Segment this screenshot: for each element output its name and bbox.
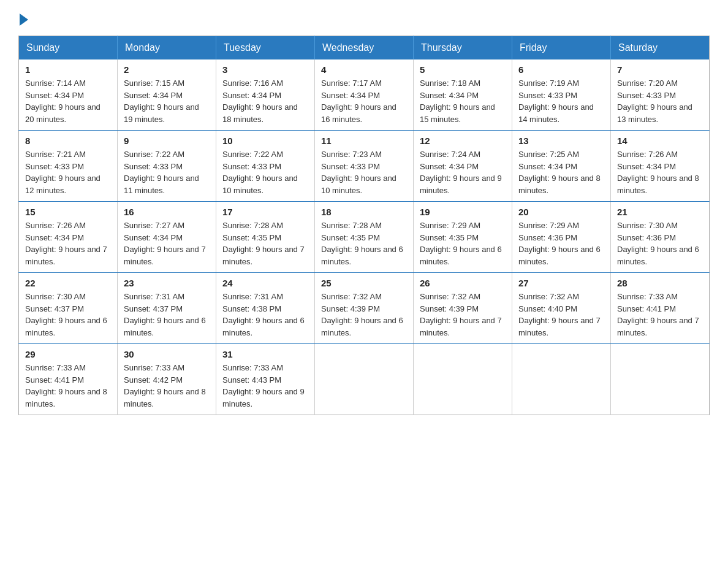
calendar-week-row: 15 Sunrise: 7:26 AM Sunset: 4:34 PM Dayl… [19,202,710,273]
day-info: Sunrise: 7:31 AM Sunset: 4:37 PM Dayligh… [124,291,210,339]
day-number: 11 [321,136,407,146]
day-number: 19 [420,207,506,217]
calendar-header-saturday: Saturday [611,36,710,60]
day-number: 25 [321,278,407,288]
calendar-header-monday: Monday [118,36,216,60]
calendar-cell: 15 Sunrise: 7:26 AM Sunset: 4:34 PM Dayl… [19,202,118,273]
day-number: 15 [25,207,111,217]
calendar-cell [512,344,611,415]
day-number: 26 [420,278,506,288]
calendar-cell: 31 Sunrise: 7:33 AM Sunset: 4:43 PM Dayl… [216,344,315,415]
day-number: 18 [321,207,407,217]
day-info: Sunrise: 7:19 AM Sunset: 4:33 PM Dayligh… [518,77,604,125]
calendar-cell: 9 Sunrise: 7:22 AM Sunset: 4:33 PM Dayli… [118,131,216,202]
calendar-week-row: 29 Sunrise: 7:33 AM Sunset: 4:41 PM Dayl… [19,344,710,415]
day-info: Sunrise: 7:30 AM Sunset: 4:37 PM Dayligh… [25,291,111,339]
day-number: 3 [222,64,308,75]
calendar-cell: 12 Sunrise: 7:24 AM Sunset: 4:34 PM Dayl… [414,131,512,202]
calendar-cell: 30 Sunrise: 7:33 AM Sunset: 4:42 PM Dayl… [118,344,216,415]
day-info: Sunrise: 7:25 AM Sunset: 4:34 PM Dayligh… [518,148,604,196]
day-info: Sunrise: 7:15 AM Sunset: 4:34 PM Dayligh… [124,77,210,125]
calendar-table: SundayMondayTuesdayWednesdayThursdayFrid… [18,36,710,415]
calendar-cell: 17 Sunrise: 7:28 AM Sunset: 4:35 PM Dayl… [216,202,315,273]
day-number: 20 [518,207,604,217]
calendar-cell: 20 Sunrise: 7:29 AM Sunset: 4:36 PM Dayl… [512,202,611,273]
calendar-cell: 2 Sunrise: 7:15 AM Sunset: 4:34 PM Dayli… [118,59,216,131]
calendar-week-row: 8 Sunrise: 7:21 AM Sunset: 4:33 PM Dayli… [19,131,710,202]
calendar-cell: 26 Sunrise: 7:32 AM Sunset: 4:39 PM Dayl… [414,273,512,344]
day-info: Sunrise: 7:28 AM Sunset: 4:35 PM Dayligh… [222,220,308,267]
page-header [18,12,710,25]
calendar-cell: 10 Sunrise: 7:22 AM Sunset: 4:33 PM Dayl… [216,131,315,202]
day-info: Sunrise: 7:33 AM Sunset: 4:41 PM Dayligh… [617,291,703,339]
calendar-cell: 14 Sunrise: 7:26 AM Sunset: 4:34 PM Dayl… [611,131,710,202]
day-number: 30 [124,349,210,359]
calendar-cell: 11 Sunrise: 7:23 AM Sunset: 4:33 PM Dayl… [315,131,414,202]
calendar-header-row: SundayMondayTuesdayWednesdayThursdayFrid… [19,36,710,60]
calendar-cell: 5 Sunrise: 7:18 AM Sunset: 4:34 PM Dayli… [414,59,512,131]
day-number: 8 [25,136,111,146]
calendar-header-sunday: Sunday [19,36,118,60]
day-info: Sunrise: 7:21 AM Sunset: 4:33 PM Dayligh… [25,148,111,196]
calendar-cell: 23 Sunrise: 7:31 AM Sunset: 4:37 PM Dayl… [118,273,216,344]
day-number: 16 [124,207,210,217]
calendar-cell: 19 Sunrise: 7:29 AM Sunset: 4:35 PM Dayl… [414,202,512,273]
calendar-header-tuesday: Tuesday [216,36,315,60]
day-number: 22 [25,278,111,288]
day-number: 10 [222,136,308,146]
day-info: Sunrise: 7:29 AM Sunset: 4:36 PM Dayligh… [518,220,604,267]
day-info: Sunrise: 7:24 AM Sunset: 4:34 PM Dayligh… [420,148,506,196]
calendar-cell: 29 Sunrise: 7:33 AM Sunset: 4:41 PM Dayl… [19,344,118,415]
day-number: 29 [25,349,111,359]
day-number: 4 [321,64,407,75]
day-number: 28 [617,278,703,288]
day-info: Sunrise: 7:30 AM Sunset: 4:36 PM Dayligh… [617,220,703,267]
day-info: Sunrise: 7:27 AM Sunset: 4:34 PM Dayligh… [124,220,210,267]
day-number: 24 [222,278,308,288]
calendar-cell: 28 Sunrise: 7:33 AM Sunset: 4:41 PM Dayl… [611,273,710,344]
day-info: Sunrise: 7:17 AM Sunset: 4:34 PM Dayligh… [321,77,407,125]
day-info: Sunrise: 7:32 AM Sunset: 4:39 PM Dayligh… [321,291,407,339]
day-number: 1 [25,64,111,75]
day-number: 5 [420,64,506,75]
day-number: 7 [617,64,703,75]
day-info: Sunrise: 7:26 AM Sunset: 4:34 PM Dayligh… [25,220,111,267]
calendar-cell: 24 Sunrise: 7:31 AM Sunset: 4:38 PM Dayl… [216,273,315,344]
calendar-cell: 16 Sunrise: 7:27 AM Sunset: 4:34 PM Dayl… [118,202,216,273]
day-info: Sunrise: 7:28 AM Sunset: 4:35 PM Dayligh… [321,220,407,267]
day-info: Sunrise: 7:33 AM Sunset: 4:41 PM Dayligh… [25,362,111,410]
calendar-cell: 4 Sunrise: 7:17 AM Sunset: 4:34 PM Dayli… [315,59,414,131]
calendar-cell: 3 Sunrise: 7:16 AM Sunset: 4:34 PM Dayli… [216,59,315,131]
day-number: 2 [124,64,210,75]
day-number: 27 [518,278,604,288]
day-info: Sunrise: 7:22 AM Sunset: 4:33 PM Dayligh… [124,148,210,196]
calendar-cell: 22 Sunrise: 7:30 AM Sunset: 4:37 PM Dayl… [19,273,118,344]
day-number: 9 [124,136,210,146]
calendar-cell: 21 Sunrise: 7:30 AM Sunset: 4:36 PM Dayl… [611,202,710,273]
day-info: Sunrise: 7:33 AM Sunset: 4:43 PM Dayligh… [222,362,308,410]
day-info: Sunrise: 7:23 AM Sunset: 4:33 PM Dayligh… [321,148,407,196]
day-info: Sunrise: 7:22 AM Sunset: 4:33 PM Dayligh… [222,148,308,196]
day-number: 23 [124,278,210,288]
day-info: Sunrise: 7:14 AM Sunset: 4:34 PM Dayligh… [25,77,111,125]
calendar-header-thursday: Thursday [414,36,512,60]
calendar-cell: 27 Sunrise: 7:32 AM Sunset: 4:40 PM Dayl… [512,273,611,344]
day-info: Sunrise: 7:32 AM Sunset: 4:40 PM Dayligh… [518,291,604,339]
day-number: 13 [518,136,604,146]
day-number: 21 [617,207,703,217]
calendar-cell: 1 Sunrise: 7:14 AM Sunset: 4:34 PM Dayli… [19,59,118,131]
logo [18,12,28,25]
day-info: Sunrise: 7:18 AM Sunset: 4:34 PM Dayligh… [420,77,506,125]
calendar-cell: 7 Sunrise: 7:20 AM Sunset: 4:33 PM Dayli… [611,59,710,131]
calendar-week-row: 1 Sunrise: 7:14 AM Sunset: 4:34 PM Dayli… [19,59,710,131]
calendar-cell [414,344,512,415]
day-info: Sunrise: 7:32 AM Sunset: 4:39 PM Dayligh… [420,291,506,339]
calendar-cell [611,344,710,415]
calendar-header-friday: Friday [512,36,611,60]
calendar-cell: 8 Sunrise: 7:21 AM Sunset: 4:33 PM Dayli… [19,131,118,202]
calendar-header-wednesday: Wednesday [315,36,414,60]
day-info: Sunrise: 7:26 AM Sunset: 4:34 PM Dayligh… [617,148,703,196]
day-info: Sunrise: 7:29 AM Sunset: 4:35 PM Dayligh… [420,220,506,267]
calendar-cell: 18 Sunrise: 7:28 AM Sunset: 4:35 PM Dayl… [315,202,414,273]
logo-arrow-icon [20,13,28,26]
